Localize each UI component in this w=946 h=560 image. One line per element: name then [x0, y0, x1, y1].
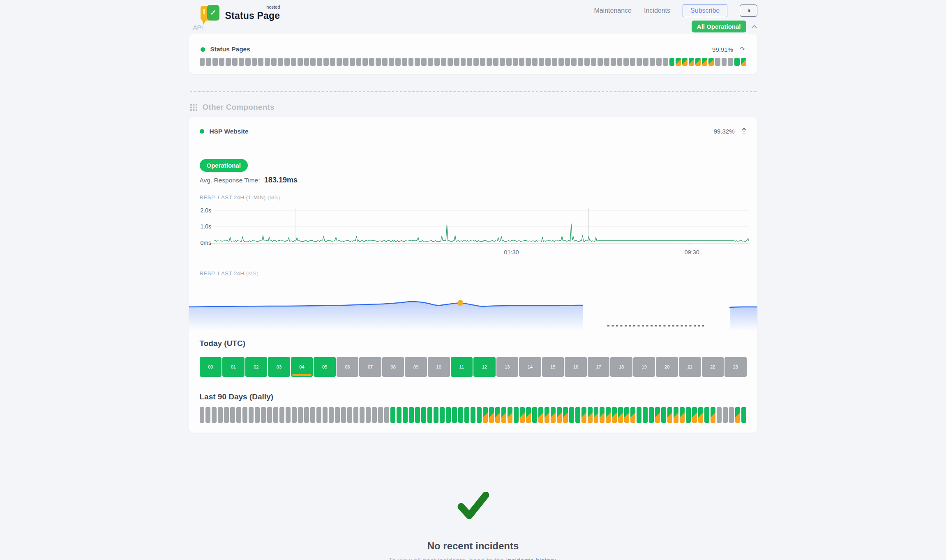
hour-block[interactable]: 14 [519, 357, 541, 377]
hour-block[interactable]: 20 [656, 357, 678, 377]
uptime-bar[interactable] [286, 407, 291, 423]
uptime-bar[interactable] [741, 58, 746, 66]
uptime-bar[interactable] [545, 407, 549, 423]
uptime-bar[interactable] [526, 407, 531, 423]
uptime-bar[interactable] [698, 407, 703, 423]
incidents-history-link[interactable]: incidents history. [506, 557, 557, 560]
response-1min-chart[interactable]: 2.0s1.0s0ms01:3009:30 [197, 205, 749, 259]
uptime-bar[interactable] [218, 407, 223, 423]
uptime-bar[interactable] [304, 58, 309, 66]
uptime-bar[interactable] [532, 58, 538, 66]
uptime-bar[interactable] [219, 58, 224, 66]
uptime-bar[interactable] [650, 58, 655, 66]
uptime-bar[interactable] [298, 58, 303, 66]
uptime-bar[interactable] [708, 58, 714, 66]
uptime-bar[interactable] [421, 407, 426, 423]
uptime-bar[interactable] [600, 407, 605, 423]
uptime-bar[interactable] [617, 58, 623, 66]
uptime-bar[interactable] [618, 407, 623, 423]
uptime-bar[interactable] [545, 58, 551, 66]
uptime-bar[interactable] [483, 407, 488, 423]
uptime-bar[interactable] [557, 407, 562, 423]
uptime-bar[interactable] [291, 58, 296, 66]
uptime-bar[interactable] [513, 58, 518, 66]
hour-block[interactable]: 19 [633, 357, 655, 377]
uptime-bar[interactable] [623, 58, 629, 66]
uptime-bar[interactable] [353, 407, 358, 423]
uptime-bar[interactable] [378, 407, 383, 423]
uptime-bar[interactable] [711, 407, 715, 423]
uptime-bar[interactable] [506, 58, 512, 66]
uptime-bar[interactable] [563, 407, 568, 423]
uptime-bar[interactable] [330, 58, 335, 66]
uptime-bar[interactable] [271, 58, 277, 66]
uptime-bar[interactable] [467, 58, 472, 66]
uptime-bar[interactable] [717, 407, 722, 423]
hour-block[interactable]: 17 [588, 357, 610, 377]
chevron-up-icon[interactable] [751, 25, 757, 29]
uptime-bar[interactable] [212, 58, 218, 66]
uptime-bar[interactable] [588, 407, 593, 423]
uptime-bar[interactable] [292, 407, 297, 423]
uptime-bar[interactable] [350, 58, 355, 66]
uptime-bar[interactable] [440, 407, 445, 423]
uptime-bar[interactable] [310, 407, 315, 423]
uptime-bar[interactable] [428, 58, 433, 66]
uptime-bar[interactable] [501, 407, 506, 423]
uptime-bar[interactable] [232, 58, 238, 66]
nav-incidents[interactable]: Incidents [644, 7, 670, 14]
uptime-bar[interactable] [551, 407, 556, 423]
uptime-bar[interactable] [728, 58, 733, 66]
uptime-bar[interactable] [643, 407, 648, 423]
uptime-bar[interactable] [663, 58, 668, 66]
brand-logo[interactable]: ! ✓ hosted Status Page [201, 5, 280, 23]
uptime-bar[interactable] [441, 58, 446, 66]
uptime-bar[interactable] [584, 58, 590, 66]
uptime-bar[interactable] [366, 407, 371, 423]
uptime-bar[interactable] [265, 58, 270, 66]
uptime-bar[interactable] [500, 58, 505, 66]
uptime-bar[interactable] [692, 407, 697, 423]
refresh-icon[interactable]: ↷ [740, 46, 745, 53]
uptime-bar[interactable] [267, 407, 272, 423]
uptime-bar[interactable] [239, 58, 244, 66]
hour-block[interactable]: 21 [679, 357, 701, 377]
uptime-bar[interactable] [624, 407, 629, 423]
uptime-bar[interactable] [382, 58, 388, 66]
uptime-bar[interactable] [360, 407, 365, 423]
uptime-bar[interactable] [415, 407, 420, 423]
uptime-bar[interactable] [434, 407, 438, 423]
uptime-bar[interactable] [667, 407, 672, 423]
hour-block[interactable]: 09 [405, 357, 427, 377]
hour-block[interactable]: 02 [245, 357, 268, 377]
uptime-bar[interactable] [230, 407, 235, 423]
nav-maintenance[interactable]: Maintenance [594, 7, 632, 14]
uptime-bar[interactable] [212, 407, 217, 423]
uptime-bar[interactable] [279, 407, 284, 423]
uptime-bar[interactable] [200, 58, 205, 66]
uptime-bar[interactable] [421, 58, 427, 66]
uptime-bar[interactable] [656, 58, 662, 66]
collapse-up-arrow-icon[interactable] [741, 127, 747, 135]
uptime-bar[interactable] [575, 407, 580, 423]
hour-block[interactable]: 00 [200, 357, 222, 377]
uptime-bar[interactable] [252, 58, 257, 66]
uptime-bar[interactable] [427, 407, 432, 423]
uptime-bar[interactable] [637, 407, 641, 423]
uptime-bar[interactable] [676, 58, 681, 66]
uptime-bar[interactable] [356, 58, 362, 66]
uptime-bar[interactable] [578, 58, 583, 66]
uptime-bar[interactable] [323, 58, 329, 66]
uptime-bar[interactable] [487, 58, 492, 66]
uptime-bar[interactable] [630, 407, 635, 423]
hour-block[interactable]: 15 [542, 357, 564, 377]
uptime-bar[interactable] [284, 58, 290, 66]
uptime-bar[interactable] [390, 407, 395, 423]
uptime-bar[interactable] [255, 407, 260, 423]
uptime-bar[interactable] [604, 58, 609, 66]
uptime-bar[interactable] [715, 58, 720, 66]
uptime-bar[interactable] [273, 407, 278, 423]
uptime-bar[interactable] [242, 407, 247, 423]
uptime-bar[interactable] [571, 58, 577, 66]
uptime-bar[interactable] [372, 407, 377, 423]
